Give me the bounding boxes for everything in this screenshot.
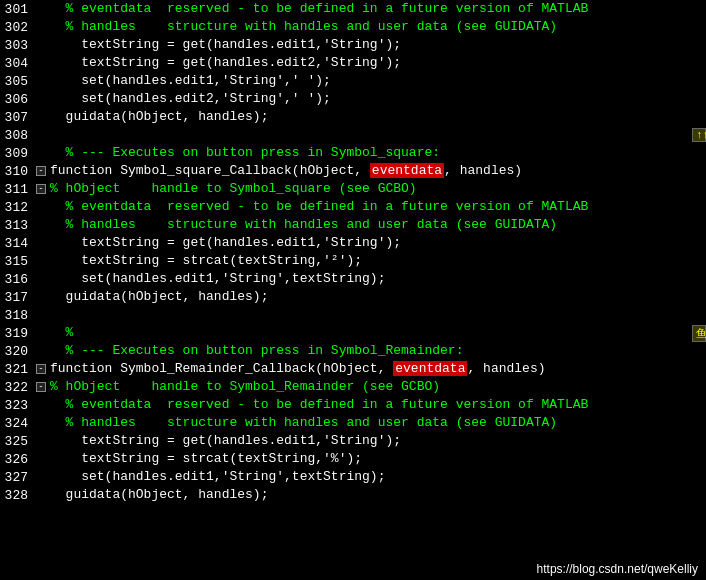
code-line-312: 312 % eventdata reserved - to be defined…: [0, 198, 706, 216]
code-segment: guidata(hObject, handles);: [50, 109, 268, 124]
line-content: function Symbol_Remainder_Callback(hObje…: [50, 360, 706, 378]
watermark-text: https://blog.csdn.net/qweKelliy: [537, 562, 698, 576]
line-number: 325: [0, 434, 36, 449]
code-line-321: 321-function Symbol_Remainder_Callback(h…: [0, 360, 706, 378]
line-number: 326: [0, 452, 36, 467]
code-segment: % handles structure with handles and use…: [50, 217, 557, 232]
collapse-button[interactable]: -: [36, 364, 46, 374]
code-line-318: 318: [0, 306, 706, 324]
line-number: 313: [0, 218, 36, 233]
code-line-307: 307 guidata(hObject, handles);: [0, 108, 706, 126]
line-number: 308: [0, 128, 36, 143]
line-number: 303: [0, 38, 36, 53]
code-segment: textString = get(handles.edit1,'String')…: [50, 235, 401, 250]
line-number: 318: [0, 308, 36, 323]
line-content: % handles structure with handles and use…: [50, 18, 706, 36]
line-content: % eventdata reserved - to be defined in …: [50, 0, 706, 18]
code-segment: function Symbol_square_Callback(hObject,: [50, 163, 370, 178]
line-number: 320: [0, 344, 36, 359]
line-number: 328: [0, 488, 36, 503]
code-line-308: 308↑↑: [0, 126, 706, 144]
code-segment: textString = get(handles.edit1,'String')…: [50, 433, 401, 448]
code-segment: % eventdata reserved - to be defined in …: [50, 1, 588, 16]
line-content: % hObject handle to Symbol_square (see G…: [50, 180, 706, 198]
highlighted-keyword: eventdata: [370, 163, 444, 178]
collapse-button[interactable]: -: [36, 382, 46, 392]
line-number: 306: [0, 92, 36, 107]
line-content: set(handles.edit1,'String',' ');: [50, 72, 706, 90]
scroll-indicator[interactable]: ↑↑: [692, 128, 706, 142]
highlighted-keyword: eventdata: [393, 361, 467, 376]
line-number: 307: [0, 110, 36, 125]
line-number: 321: [0, 362, 36, 377]
code-segment: set(handles.edit1,'String',' ');: [50, 73, 331, 88]
code-line-313: 313 % handles structure with handles and…: [0, 216, 706, 234]
collapse-button[interactable]: -: [36, 166, 46, 176]
code-segment: set(handles.edit1,'String',textString);: [50, 469, 385, 484]
scroll-indicator[interactable]: 鱼龙↑: [692, 325, 706, 342]
line-number: 311: [0, 182, 36, 197]
code-segment: textString = get(handles.edit1,'String')…: [50, 37, 401, 52]
line-content: guidata(hObject, handles);: [50, 108, 706, 126]
code-line-315: 315 textString = strcat(textString,'²');: [0, 252, 706, 270]
code-segment: function Symbol_Remainder_Callback(hObje…: [50, 361, 393, 376]
code-segment: % handles structure with handles and use…: [50, 415, 557, 430]
code-line-323: 323 % eventdata reserved - to be defined…: [0, 396, 706, 414]
code-line-320: 320 % --- Executes on button press in Sy…: [0, 342, 706, 360]
code-line-317: 317 guidata(hObject, handles);: [0, 288, 706, 306]
code-segment: set(handles.edit1,'String',textString);: [50, 271, 385, 286]
code-editor: 301 % eventdata reserved - to be defined…: [0, 0, 706, 580]
line-content: set(handles.edit2,'String',' ');: [50, 90, 706, 108]
code-line-325: 325 textString = get(handles.edit1,'Stri…: [0, 432, 706, 450]
line-number: 322: [0, 380, 36, 395]
line-content: % hObject handle to Symbol_Remainder (se…: [50, 378, 706, 396]
line-content: textString = get(handles.edit2,'String')…: [50, 54, 706, 72]
code-line-302: 302 % handles structure with handles and…: [0, 18, 706, 36]
line-number: 324: [0, 416, 36, 431]
code-segment: set(handles.edit2,'String',' ');: [50, 91, 331, 106]
line-content: set(handles.edit1,'String',textString);: [50, 270, 706, 288]
line-content: guidata(hObject, handles);: [50, 288, 706, 306]
line-number: 310: [0, 164, 36, 179]
code-line-306: 306 set(handles.edit2,'String',' ');: [0, 90, 706, 108]
line-content: textString = get(handles.edit1,'String')…: [50, 432, 706, 450]
code-segment: textString = strcat(textString,'%');: [50, 451, 362, 466]
line-number: 327: [0, 470, 36, 485]
line-content: %: [50, 324, 688, 342]
code-segment: textString = strcat(textString,'²');: [50, 253, 362, 268]
code-segment: % hObject handle to Symbol_square (see G…: [50, 181, 417, 196]
line-content: % --- Executes on button press in Symbol…: [50, 144, 706, 162]
code-segment: % handles structure with handles and use…: [50, 19, 557, 34]
code-segment: %: [50, 325, 73, 340]
line-content: % handles structure with handles and use…: [50, 414, 706, 432]
code-segment: guidata(hObject, handles);: [50, 289, 268, 304]
line-number: 312: [0, 200, 36, 215]
line-number: 304: [0, 56, 36, 71]
code-line-314: 314 textString = get(handles.edit1,'Stri…: [0, 234, 706, 252]
line-number: 315: [0, 254, 36, 269]
code-line-305: 305 set(handles.edit1,'String',' ');: [0, 72, 706, 90]
line-number: 309: [0, 146, 36, 161]
code-line-301: 301 % eventdata reserved - to be defined…: [0, 0, 706, 18]
line-content: textString = strcat(textString,'%');: [50, 450, 706, 468]
code-segment: textString = get(handles.edit2,'String')…: [50, 55, 401, 70]
line-content: % eventdata reserved - to be defined in …: [50, 396, 706, 414]
code-line-304: 304 textString = get(handles.edit2,'Stri…: [0, 54, 706, 72]
line-number: 317: [0, 290, 36, 305]
line-number: 305: [0, 74, 36, 89]
code-segment: % eventdata reserved - to be defined in …: [50, 199, 588, 214]
line-number: 316: [0, 272, 36, 287]
line-content: textString = get(handles.edit1,'String')…: [50, 234, 706, 252]
line-content: % handles structure with handles and use…: [50, 216, 706, 234]
code-segment: % eventdata reserved - to be defined in …: [50, 397, 588, 412]
code-line-327: 327 set(handles.edit1,'String',textStrin…: [0, 468, 706, 486]
code-line-303: 303 textString = get(handles.edit1,'Stri…: [0, 36, 706, 54]
line-content: textString = strcat(textString,'²');: [50, 252, 706, 270]
line-content: set(handles.edit1,'String',textString);: [50, 468, 706, 486]
collapse-button[interactable]: -: [36, 184, 46, 194]
code-line-326: 326 textString = strcat(textString,'%');: [0, 450, 706, 468]
code-line-309: 309 % --- Executes on button press in Sy…: [0, 144, 706, 162]
code-segment: guidata(hObject, handles);: [50, 487, 268, 502]
code-line-324: 324 % handles structure with handles and…: [0, 414, 706, 432]
code-line-322: 322-% hObject handle to Symbol_Remainder…: [0, 378, 706, 396]
